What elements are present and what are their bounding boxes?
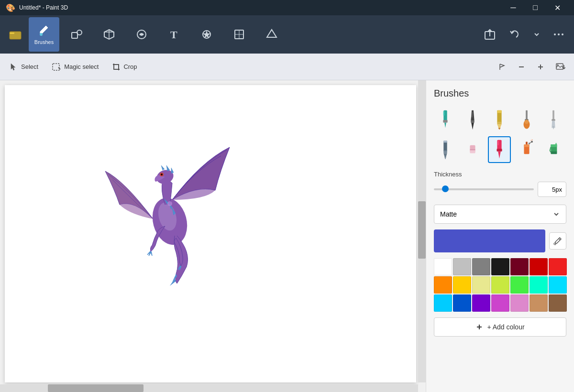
brush-pencil-small[interactable] <box>434 136 457 163</box>
color-yellow[interactable] <box>453 276 471 294</box>
matte-dropdown-label: Matte <box>440 210 457 218</box>
svg-marker-47 <box>444 157 446 160</box>
toolbar-canvas-button[interactable] <box>224 17 254 52</box>
toolbar-view3d-button[interactable] <box>256 17 287 52</box>
canvas-vertical-scrollbar[interactable] <box>418 80 426 382</box>
subtool-flag-button[interactable] <box>494 56 511 77</box>
select-cursor-icon <box>10 63 18 71</box>
color-red[interactable] <box>549 258 567 275</box>
color-brown[interactable] <box>549 294 567 312</box>
thickness-slider-thumb[interactable] <box>442 185 449 192</box>
brush-grid <box>434 107 566 163</box>
crop-icon <box>112 63 121 71</box>
brush-calligraphy[interactable] <box>461 107 484 133</box>
magic-select-icon <box>52 63 61 71</box>
color-magenta[interactable] <box>491 294 509 312</box>
canvas-background[interactable] <box>5 85 416 382</box>
svg-rect-35 <box>497 110 502 113</box>
toolbar-brushes-button[interactable]: Brushes <box>29 17 59 52</box>
toolbar-dropdown-button[interactable] <box>528 17 545 52</box>
color-green[interactable] <box>510 276 529 294</box>
svg-point-12 <box>558 33 560 35</box>
color-darkred[interactable] <box>510 258 529 275</box>
brush-pencil-thick[interactable] <box>488 107 511 133</box>
toolbar-file-button[interactable] <box>4 17 27 52</box>
svg-text:T: T <box>170 29 177 41</box>
more-icon <box>552 28 565 41</box>
svg-marker-54 <box>498 152 501 159</box>
brush-oil[interactable] <box>515 107 538 133</box>
color-cyan[interactable] <box>434 294 452 312</box>
subtool-magic-select-button[interactable]: Magic select <box>46 56 104 77</box>
subtool-minus-button[interactable] <box>513 56 530 77</box>
shapes2d-icon <box>70 28 83 41</box>
color-tan[interactable] <box>530 294 548 312</box>
color-red-dark[interactable] <box>530 258 548 275</box>
toolbar-effects-button[interactable] <box>191 17 222 52</box>
brush-watercolor[interactable] <box>542 107 565 133</box>
canvas-scrollbar-thumb[interactable] <box>418 201 426 259</box>
canvas-horizontal-scrollbar[interactable] <box>0 384 418 392</box>
color-yellowgreen[interactable] <box>491 276 509 294</box>
color-purple[interactable] <box>472 294 490 312</box>
maximize-button[interactable]: □ <box>524 0 546 15</box>
thickness-slider[interactable] <box>434 188 534 190</box>
canvas-area[interactable] <box>0 80 426 392</box>
svg-point-3 <box>40 33 43 36</box>
color-swatch-row <box>434 229 566 252</box>
matte-dropdown[interactable]: Matte <box>434 205 566 224</box>
color-pink[interactable] <box>510 294 529 312</box>
titlebar-title: Untitled* - Paint 3D <box>19 4 502 11</box>
subtool-select-button[interactable]: Select <box>4 56 44 77</box>
color-blue[interactable] <box>453 294 471 312</box>
color-mint[interactable] <box>530 276 548 294</box>
toolbar-share-button[interactable] <box>478 17 501 52</box>
svg-point-22 <box>167 201 172 206</box>
image-import-icon <box>556 63 565 71</box>
brush-spray[interactable] <box>515 136 538 163</box>
svg-rect-30 <box>471 112 473 117</box>
main-toolbar: Brushes T <box>0 15 574 54</box>
color-lightgray[interactable] <box>453 258 471 275</box>
subtoolbar-right <box>494 56 570 77</box>
subtool-crop-button[interactable]: Crop <box>106 56 143 77</box>
chevron-down-icon <box>552 210 560 218</box>
add-colour-button[interactable]: + Add colour <box>434 317 566 337</box>
main-area: Brushes <box>0 80 574 392</box>
svg-rect-40 <box>553 110 555 120</box>
subtool-crop-label: Crop <box>123 63 137 70</box>
eyedropper-button[interactable] <box>549 232 566 250</box>
toolbar-undo-button[interactable] <box>503 17 526 52</box>
minimize-button[interactable]: ─ <box>502 0 524 15</box>
color-black[interactable] <box>491 258 509 275</box>
svg-rect-14 <box>53 64 59 70</box>
svg-rect-67 <box>551 152 557 154</box>
color-palette <box>434 258 566 312</box>
toolbar-text-button[interactable]: T <box>159 17 189 52</box>
plus-icon <box>475 323 483 331</box>
canvas-hscrollbar-thumb[interactable] <box>48 384 144 392</box>
brush-fill[interactable] <box>542 136 565 163</box>
plus-icon <box>537 63 544 71</box>
subtool-magic-select-label: Magic select <box>64 63 99 70</box>
svg-marker-68 <box>555 142 557 144</box>
toolbar-stickers-button[interactable] <box>126 17 157 52</box>
color-white[interactable] <box>434 258 452 275</box>
brush-eraser[interactable] <box>461 136 484 163</box>
color-orange[interactable] <box>434 276 452 294</box>
titlebar-controls: ─ □ ✕ <box>502 0 568 15</box>
svg-rect-58 <box>524 144 529 147</box>
flag-icon <box>498 63 506 71</box>
toolbar-more-button[interactable] <box>547 17 570 52</box>
subtool-image-import-button[interactable] <box>551 56 570 77</box>
toolbar-3dshapes-button[interactable] <box>94 17 124 52</box>
toolbar-2dshapes-button[interactable] <box>61 17 92 52</box>
color-gray[interactable] <box>472 258 490 275</box>
color-lightblue[interactable] <box>549 276 567 294</box>
color-swatch[interactable] <box>434 229 545 252</box>
color-lightyellow[interactable] <box>472 276 490 294</box>
brush-marker[interactable] <box>434 107 457 133</box>
subtool-plus-button[interactable] <box>532 56 549 77</box>
close-button[interactable]: ✕ <box>546 0 568 15</box>
brush-marker2-selected[interactable] <box>488 136 511 163</box>
